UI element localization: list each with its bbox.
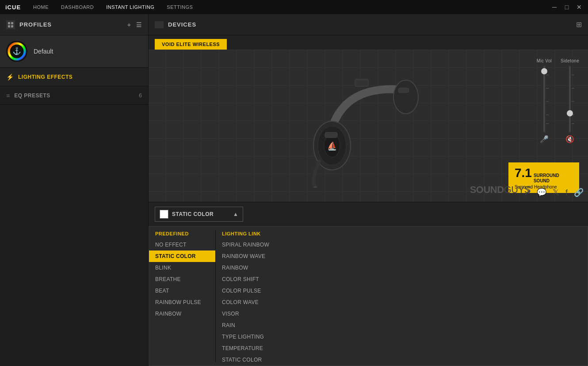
profiles-icon — [6, 20, 15, 29]
devices-title-group: DEVICES — [155, 21, 196, 28]
device-preview: ⛵ Mic Vol — [149, 50, 588, 202]
svg-text:⚓: ⚓ — [12, 47, 21, 55]
effect-dropdown[interactable]: STATIC COLOR ▲ — [155, 207, 243, 222]
svg-rect-1 — [11, 22, 13, 24]
sidetone-group: Sidetone 🔇 — [561, 58, 579, 143]
effect-selector: STATIC COLOR ▲ — [149, 202, 588, 226]
profile-menu-button[interactable]: ☰ — [136, 21, 142, 28]
share-icon[interactable]: ↗ — [524, 188, 531, 197]
nav-instant-lighting[interactable]: INSTANT LIGHTING — [104, 4, 156, 11]
headset-image: ⛵ — [302, 64, 435, 188]
footer-social: ↗ 💬 𝕏 f 🔗 — [524, 188, 584, 197]
main-layout: PROFILES + ☰ — [0, 14, 588, 366]
effect-breathe[interactable]: BREATHE — [149, 274, 215, 285]
profiles-actions: + ☰ — [127, 21, 142, 28]
sidetone-label: Sidetone — [561, 58, 579, 63]
svg-rect-13 — [325, 132, 337, 138]
facebook-icon[interactable]: f — [565, 188, 568, 197]
sidebar-section-eq[interactable]: ≡ EQ PRESETS 6 — [0, 86, 148, 105]
effect-rain[interactable]: RAIN — [216, 320, 282, 331]
mic-vol-group: Mic Vol 🎤 — [537, 58, 552, 143]
message-icon[interactable]: 💬 — [537, 188, 546, 197]
mic-vol-label: Mic Vol — [537, 58, 552, 63]
profile-name: Default — [34, 48, 53, 55]
effect-spiral-rainbow[interactable]: SPIRAL RAINBOW — [216, 239, 282, 250]
sidetone-icon: 🔇 — [565, 135, 574, 143]
effect-color-wave[interactable]: COLOR WAVE — [216, 297, 282, 308]
effect-rainbow-wave[interactable]: RAINBOW WAVE — [216, 250, 282, 262]
effect-temperature[interactable]: TEMPERATURE — [216, 343, 282, 354]
effect-static-color[interactable]: STATIC COLOR — [149, 250, 215, 262]
surround-number: 7.1 — [515, 166, 532, 180]
keyboard-icon — [155, 21, 164, 28]
surround-top: 7.1 SURROUNDSOUND — [515, 166, 559, 184]
svg-rect-0 — [8, 22, 10, 24]
grid-view-icon[interactable]: ⊞ — [576, 20, 582, 29]
twitter-icon[interactable]: 𝕏 — [553, 188, 559, 197]
svg-rect-3 — [11, 25, 13, 27]
nav-settings[interactable]: SETTINGS — [165, 4, 195, 11]
nav-menu: HOME DASHBOARD INSTANT LIGHTING SETTINGS — [31, 4, 195, 11]
svg-rect-14 — [398, 88, 409, 92]
content-area: DEVICES ⊞ VOID ELITE WIRELESS ⛵ — [149, 14, 588, 366]
svg-point-9 — [393, 80, 418, 114]
right-controls: Mic Vol 🎤 Sidetone — [537, 58, 579, 143]
profiles-title: PROFILES — [19, 21, 52, 28]
titlebar: iCUE HOME DASHBOARD INSTANT LIGHTING SET… — [0, 0, 588, 14]
effect-type-lighting[interactable]: TYPE LIGHTING — [216, 331, 282, 343]
nav-home[interactable]: HOME — [31, 4, 50, 11]
maximize-button[interactable]: □ — [563, 4, 570, 11]
profile-logo: ⚓ — [6, 41, 27, 62]
lighting-link-header: LIGHTING LINK — [216, 227, 282, 239]
close-button[interactable]: ✕ — [576, 4, 583, 11]
devices-title: DEVICES — [168, 21, 196, 28]
device-tab[interactable]: VOID ELITE WIRELESS — [155, 39, 227, 50]
lighting-effects-label: LIGHTING EFFECTS — [18, 74, 73, 80]
predefined-column: PREDEFINED NO EFFECT STATIC COLOR BLINK … — [149, 227, 215, 366]
effect-rainbow-pulse[interactable]: RAINBOW PULSE — [149, 297, 215, 308]
effect-color-swatch — [160, 210, 168, 219]
effect-no-effect[interactable]: NO EFFECT — [149, 239, 215, 250]
app-name: iCUE — [5, 4, 21, 11]
dropdown-panel: PREDEFINED NO EFFECT STATIC COLOR BLINK … — [149, 226, 588, 366]
sidebar: PROFILES + ☰ — [0, 14, 149, 366]
device-tab-bar: VOID ELITE WIRELESS — [149, 35, 588, 50]
mic-vol-track[interactable] — [543, 66, 545, 132]
soundguys-watermark: SOUNDGUYS — [470, 184, 531, 196]
add-profile-button[interactable]: + — [127, 21, 131, 28]
profile-item[interactable]: ⚓ Default — [0, 35, 148, 68]
effect-color-shift[interactable]: COLOR SHIFT — [216, 274, 282, 285]
mic-vol-thumb[interactable] — [541, 68, 547, 74]
predefined-header: PREDEFINED — [149, 227, 215, 239]
svg-rect-2 — [8, 25, 10, 27]
lighting-link-column: LIGHTING LINK SPIRAL RAINBOW RAINBOW WAV… — [216, 227, 282, 366]
effect-beat[interactable]: BEAT — [149, 285, 215, 297]
profiles-header: PROFILES + ☰ — [0, 14, 148, 35]
eq-icon: ≡ — [6, 92, 10, 99]
eq-presets-count: 6 — [139, 92, 142, 99]
eq-presets-label: EQ PRESETS — [14, 92, 50, 99]
titlebar-controls: ─ □ ✕ — [551, 4, 583, 11]
devices-header: DEVICES ⊞ — [149, 14, 588, 35]
svg-rect-15 — [355, 79, 368, 86]
effect-ll-rainbow[interactable]: RAINBOW — [216, 262, 282, 274]
surround-text: SURROUNDSOUND — [534, 173, 559, 184]
chevron-up-icon: ▲ — [233, 211, 238, 217]
lightning-icon: ⚡ — [6, 73, 14, 81]
effect-rainbow[interactable]: RAINBOW — [149, 308, 215, 320]
sidetone-thumb[interactable] — [567, 110, 573, 116]
profiles-title-group: PROFILES — [6, 20, 52, 29]
effect-blink[interactable]: BLINK — [149, 262, 215, 274]
nav-dashboard[interactable]: DASHBOARD — [59, 4, 95, 11]
mic-icon: 🎤 — [540, 135, 549, 143]
minimize-button[interactable]: ─ — [551, 4, 558, 11]
svg-text:⛵: ⛵ — [327, 141, 337, 151]
sidebar-section-lighting[interactable]: ⚡ LIGHTING EFFECTS — [0, 68, 148, 86]
effect-color-pulse[interactable]: COLOR PULSE — [216, 285, 282, 297]
effect-ll-static-color[interactable]: STATIC COLOR — [216, 354, 282, 366]
effect-name: STATIC COLOR — [172, 211, 229, 217]
effect-visor[interactable]: VISOR — [216, 308, 282, 320]
sidetone-track[interactable] — [569, 66, 571, 132]
link-icon[interactable]: 🔗 — [574, 188, 584, 197]
titlebar-left: iCUE HOME DASHBOARD INSTANT LIGHTING SET… — [5, 4, 195, 11]
